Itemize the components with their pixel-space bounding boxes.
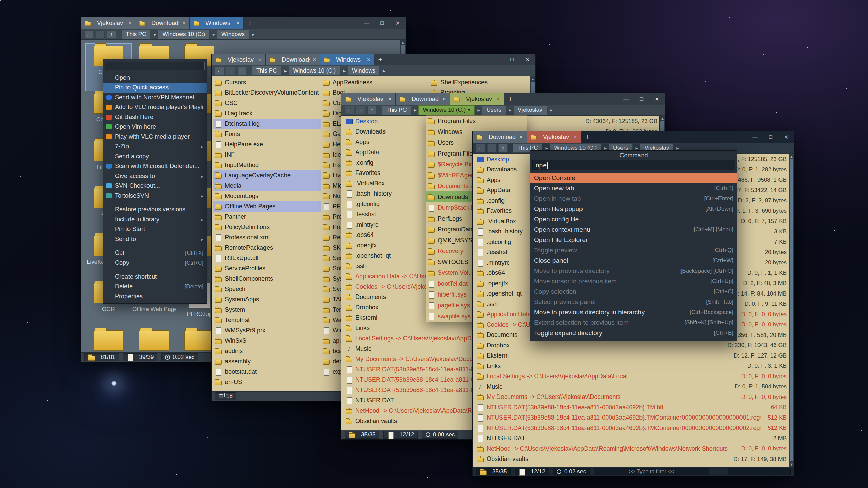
context-menu-item[interactable]: Git Bash Here ▸ [103,112,207,122]
forward-button[interactable]: → [356,106,365,114]
context-menu-item[interactable]: Send with NordVPN Meshnet ▸ [103,93,207,102]
file-row[interactable]: Eksterni D: 12, F: 127, 12 GB [475,351,789,361]
breadcrumb-segment[interactable]: This PC ▾ [382,105,411,115]
tab-close-icon[interactable]: ✕ [182,20,186,26]
file-row[interactable]: Obsidian vaults D: 17, F: 149, 38 MB [475,454,789,465]
new-tab-button[interactable]: + [244,17,256,29]
file-row[interactable]: Cursors [213,77,321,88]
file-row[interactable]: Fonts [213,129,321,140]
tab[interactable]: Downloads ✕ [135,17,190,29]
tab-close-icon[interactable]: ✕ [127,20,132,26]
up-button[interactable]: ↑ [107,30,116,38]
close-button[interactable]: ✕ [649,93,665,105]
close-button[interactable]: ✕ [520,54,535,65]
titlebar[interactable]: Vjekoslav ✕ Downloads ✕ Vjekoslav ✕ + — … [341,93,665,105]
file-row[interactable]: Music D: 0, F: 1, 504 bytes [475,382,789,392]
file-row[interactable]: NTUSER.DAT{53b39e88-18c4-11ea-a811-000d3… [475,402,789,413]
tab[interactable]: Windows ✕ [320,54,374,65]
scroll-up-icon[interactable]: ▲ [789,154,794,159]
command-palette-item[interactable]: Move to previous directory in hierarchy … [530,307,737,318]
tab[interactable]: Vjekoslav ✕ [212,54,266,65]
breadcrumb-segment[interactable]: Windows 10 (C:) ▾ [418,105,474,115]
new-tab-button[interactable]: + [504,93,516,105]
file-row[interactable]: WinSxS [213,336,321,346]
file-row[interactable]: RemotePackages [213,243,321,253]
maximize-button[interactable]: □ [634,93,649,105]
context-menu-item[interactable]: Open ▸ [103,73,207,83]
scroll-up-icon[interactable]: ▲ [660,116,665,121]
context-menu-item[interactable]: Open Vim here ▸ [103,122,207,132]
tab[interactable]: Vjekoslav ✕ [527,131,581,143]
file-row[interactable]: System [213,305,321,315]
maximize-button[interactable]: □ [374,17,390,29]
command-palette-item[interactable]: Close panel [Ctrl+W] [530,256,737,266]
maximize-button[interactable]: □ [504,54,520,65]
tab-close-icon[interactable]: ✕ [442,96,446,102]
file-row[interactable]: assembly [213,357,321,367]
new-tab-button[interactable]: + [374,54,387,65]
tab[interactable]: Downloads ✕ [266,54,320,65]
file-row[interactable]: DtcInstall.log [213,119,321,129]
file-row[interactable]: CSC [213,98,321,108]
command-palette-item[interactable]: Open files popup [Alt+Down] [530,204,737,215]
file-row[interactable]: Offline Web Pages [213,201,321,212]
context-menu-item[interactable]: Properties ▸ [103,291,207,301]
context-menu-item[interactable]: 7-Zip ▸ [103,142,207,151]
forward-button[interactable]: → [226,67,235,75]
file-row[interactable]: PolicyDefinitions [213,222,321,232]
breadcrumb-segment[interactable]: Users ▾ [482,105,506,115]
scroll-up-icon[interactable]: ▲ [400,40,406,45]
minimize-button[interactable]: — [618,93,634,105]
file-row[interactable]: ShellComponents [213,274,321,284]
up-button[interactable]: ↑ [367,106,376,114]
command-palette-item[interactable]: Move to previous directory [Backspace] [… [530,266,737,277]
context-menu-item[interactable]: Include in library ▸ [103,215,207,224]
minimize-button[interactable]: — [747,131,763,143]
breadcrumb-segment[interactable]: This PC ▾ [252,66,281,76]
file-row[interactable]: Local Settings -> C:\Users\Vjekoslav\App… [475,371,789,382]
back-button[interactable]: ← [215,67,224,75]
context-menu-item[interactable]: Pin to Start ▸ [103,224,207,234]
file-row[interactable]: ModemLogs [213,191,321,202]
context-menu-item[interactable]: Play with VLC media player ▸ [103,132,207,142]
titlebar[interactable]: Vjekoslav ✕ Downloads ✕ Windows ✕ + — □ … [212,54,535,65]
context-menu-item[interactable]: Send to ▸ [103,234,207,244]
context-menu-item[interactable]: Delete [Delete] ▸ [103,282,207,291]
maximize-button[interactable]: □ [763,131,778,143]
breadcrumb-segment[interactable]: Windows 10 (C:) ▾ [158,29,210,39]
context-menu-item[interactable]: Create shortcut ▸ [103,272,207,282]
up-button[interactable]: ↑ [498,144,508,152]
tab-close-icon[interactable]: ✕ [388,96,392,102]
scrollbar-thumb[interactable] [790,159,793,461]
file-row[interactable]: WMSysPr9.prx [213,325,321,336]
file-row[interactable]: BitLockerDiscoveryVolumeContents [213,88,321,98]
up-button[interactable]: ↑ [237,67,246,75]
command-palette-item[interactable]: Open Console [530,173,737,183]
minimize-button[interactable]: — [489,54,504,65]
titlebar[interactable]: Downloads ✕ Vjekoslav ✕ + — □ ✕ [473,131,794,143]
file-row[interactable]: en-US [213,377,321,388]
command-palette-item[interactable]: Toggle preview [Ctrl+Q] [530,245,737,256]
file-row[interactable]: NTUSER.DAT 2 MB [475,433,789,444]
file-row[interactable]: HelpPane.exe [213,139,321,150]
breadcrumb-segment[interactable]: Windows ▾ [217,29,249,39]
context-menu-item[interactable]: ▸ [103,268,207,272]
file-row[interactable]: AppReadiness [321,77,429,88]
drive-dropdown-item[interactable]: Program Files [426,116,527,126]
file-row[interactable]: NTUSER.DAT{53b39e88-18c4-11ea-a811-000d3… [475,423,789,433]
folder-tile[interactable]: PolicyDefinitions [86,328,131,352]
filter-input[interactable]: >> Type to filter << [594,468,709,475]
command-palette-item[interactable]: Open in new tab [Ctrl+Enter] [530,194,737,204]
command-palette-item[interactable]: Extend selection to previous item [Shift… [530,318,737,328]
scrollbar[interactable]: ▲ ▼ [789,154,794,467]
close-button[interactable]: ✕ [778,131,794,143]
breadcrumb-segment[interactable]: Vjekoslav ▾ [513,105,547,115]
file-row[interactable]: DiagTrack [213,108,321,119]
tab-close-icon[interactable]: ✕ [367,57,371,62]
back-button[interactable]: ← [476,144,485,152]
file-row[interactable]: InputMethod [213,160,321,170]
command-palette-item[interactable]: Toggle expand directory [Ctrl+B] [530,328,737,339]
context-menu-item[interactable]: ▸ [103,244,207,248]
breadcrumb-segment[interactable]: Windows 10 (C:) ▾ [289,66,340,76]
command-palette-item[interactable]: Open config file [530,214,737,225]
